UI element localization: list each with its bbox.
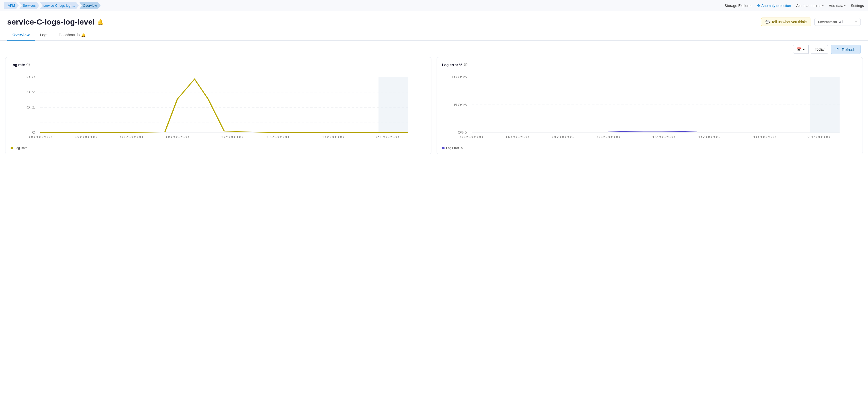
log-rate-chart: 0.3 0.2 0.1 0 00:00:00 03:00:00 06:00:00… — [10, 71, 426, 144]
svg-text:0: 0 — [32, 131, 35, 134]
svg-text:00:00:00: 00:00:00 — [29, 136, 52, 139]
feedback-icon: 💬 — [766, 20, 770, 24]
page-header: service-C-logs-log-level 🔔 💬 Tell us wha… — [0, 11, 868, 29]
environment-selector[interactable]: Environment All ▾ — [814, 18, 861, 26]
refresh-button[interactable]: ↻ Refresh — [831, 45, 861, 54]
svg-text:15:00:00: 15:00:00 — [266, 136, 289, 139]
anomaly-icon: ⚙ — [757, 4, 760, 8]
svg-text:50%: 50% — [454, 103, 467, 106]
svg-text:06:00:00: 06:00:00 — [552, 136, 575, 139]
svg-rect-9 — [378, 77, 408, 132]
tab-logs[interactable]: Logs — [35, 29, 54, 40]
calendar-chevron-icon: ▾ — [803, 47, 805, 52]
svg-text:09:00:00: 09:00:00 — [166, 136, 189, 139]
tab-dashboards[interactable]: Dashboards 🔔 — [54, 29, 91, 40]
svg-text:21:00:00: 21:00:00 — [807, 136, 830, 139]
breadcrumb-overview[interactable]: Overview — [79, 2, 100, 9]
today-button[interactable]: Today — [811, 45, 828, 54]
alerts-rules-link[interactable]: Alerts and rules ▾ — [796, 4, 824, 8]
breadcrumb-apm[interactable]: APM — [4, 2, 19, 9]
refresh-icon: ↻ — [836, 47, 840, 52]
svg-text:0.2: 0.2 — [26, 90, 35, 94]
add-data-link[interactable]: Add data ▾ — [829, 4, 845, 8]
log-error-info-icon[interactable]: ⓘ — [464, 63, 467, 67]
alerts-chevron-icon: ▾ — [822, 4, 824, 7]
breadcrumb-service[interactable]: service-C-logs-log-l... — [40, 2, 79, 9]
svg-text:0.3: 0.3 — [26, 75, 35, 79]
svg-text:0%: 0% — [458, 131, 467, 134]
svg-text:12:00:00: 12:00:00 — [220, 136, 243, 139]
svg-text:03:00:00: 03:00:00 — [506, 136, 529, 139]
add-data-chevron-icon: ▾ — [844, 4, 845, 7]
svg-text:0.1: 0.1 — [26, 106, 35, 109]
svg-text:06:00:00: 06:00:00 — [120, 136, 143, 139]
log-error-title: Log error % ⓘ — [442, 63, 858, 67]
svg-text:00:00:00: 00:00:00 — [460, 136, 483, 139]
calendar-button[interactable]: 📅 ▾ — [793, 45, 809, 54]
breadcrumb-services[interactable]: Services — [19, 2, 39, 9]
header-actions: 💬 Tell us what you think! Environment Al… — [761, 18, 861, 26]
log-rate-legend-dot — [10, 147, 13, 149]
page-title: service-C-logs-log-level — [7, 18, 95, 26]
svg-text:21:00:00: 21:00:00 — [376, 136, 399, 139]
tabs-bar: Overview Logs Dashboards 🔔 — [0, 29, 868, 40]
log-rate-info-icon[interactable]: ⓘ — [26, 63, 30, 67]
log-rate-card: Log rate ⓘ 0.3 0.2 0.1 0 — [5, 57, 431, 154]
topnav: Storage Explorer ⚙ Anomaly detection Ale… — [724, 4, 864, 8]
svg-rect-24 — [810, 77, 840, 132]
alert-bell-icon[interactable]: 🔔 — [97, 19, 103, 25]
log-error-legend-dot — [442, 147, 444, 149]
charts-row: Log rate ⓘ 0.3 0.2 0.1 0 — [0, 57, 868, 159]
env-chevron-icon: ▾ — [855, 21, 857, 24]
calendar-icon: 📅 — [797, 47, 801, 52]
breadcrumb: APM Services service-C-logs-log-l... Ove… — [4, 2, 101, 9]
svg-text:09:00:00: 09:00:00 — [597, 136, 620, 139]
log-error-legend: Log Error % — [442, 146, 858, 150]
settings-link[interactable]: Settings — [851, 4, 864, 8]
svg-text:100%: 100% — [450, 75, 467, 79]
svg-text:12:00:00: 12:00:00 — [652, 136, 675, 139]
toolbar: 📅 ▾ Today ↻ Refresh — [0, 40, 868, 57]
feedback-button[interactable]: 💬 Tell us what you think! — [761, 18, 811, 26]
svg-text:03:00:00: 03:00:00 — [74, 136, 97, 139]
breadcrumb-bar: APM Services service-C-logs-log-l... Ove… — [0, 0, 868, 11]
log-rate-title: Log rate ⓘ — [10, 63, 426, 67]
storage-explorer-link[interactable]: Storage Explorer — [724, 4, 752, 8]
log-error-card: Log error % ⓘ 100% 50% 0% 00:00:00 03:00… — [437, 57, 863, 154]
dashboards-alert-icon: 🔔 — [81, 33, 86, 37]
tab-overview[interactable]: Overview — [7, 29, 35, 40]
page-title-container: service-C-logs-log-level 🔔 — [7, 18, 103, 26]
svg-text:18:00:00: 18:00:00 — [753, 136, 776, 139]
anomaly-detection-link[interactable]: ⚙ Anomaly detection — [757, 4, 791, 8]
svg-text:15:00:00: 15:00:00 — [698, 136, 720, 139]
log-error-chart: 100% 50% 0% 00:00:00 03:00:00 06:00:00 0… — [442, 71, 858, 144]
svg-text:18:00:00: 18:00:00 — [321, 136, 344, 139]
log-rate-legend: Log Rate — [10, 146, 426, 150]
